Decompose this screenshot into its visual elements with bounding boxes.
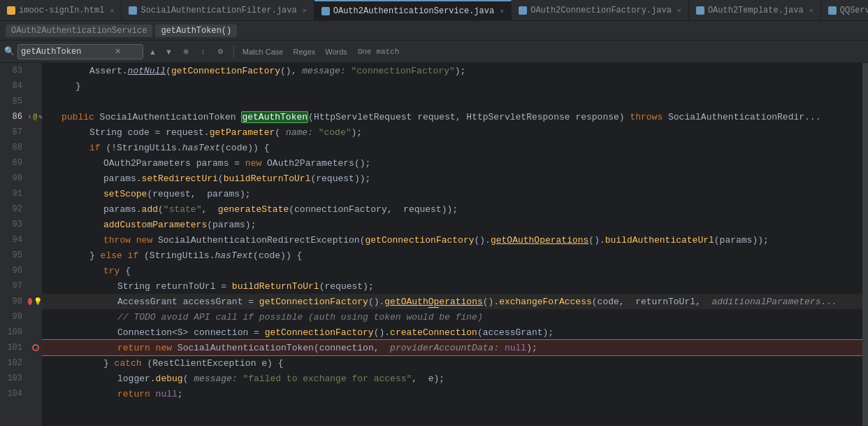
tab-label-2: SocialAuthenticationFilter.java: [140, 6, 296, 15]
line-row-104: 104: [0, 386, 42, 402]
words-label: Words: [325, 48, 347, 56]
line-row-100: 100: [0, 325, 42, 340]
tab-label-5: OAuth2Template.java: [708, 6, 804, 15]
code-line-103: logger.debug( message: "failed to exchan…: [42, 371, 862, 386]
code-line-84: }: [42, 78, 862, 94]
code-line-97: String returnToUrl = buildReturnToUrl(re…: [42, 278, 862, 294]
line-num-96: 96: [0, 263, 28, 278]
tab-bar: imooc-signIn.html ✕ SocialAuthentication…: [0, 0, 868, 21]
tab-icon-5: [696, 6, 704, 15]
code-line-98: AccessGrant accessGrant = getConnectionF…: [42, 294, 862, 309]
line-num-103: 103: [0, 371, 28, 386]
search-input[interactable]: [21, 47, 112, 57]
line-row-98: 98 💡: [0, 294, 42, 309]
regex-label: Regex: [293, 48, 315, 56]
code-line-95: } else if (StringUtils.hasText(code)) {: [42, 248, 862, 263]
breadcrumb-class[interactable]: OAuth2AuthenticationService: [6, 24, 152, 37]
vertical-scrollbar[interactable]: [862, 63, 868, 426]
line-num-89: 89: [0, 155, 28, 171]
search-next-button[interactable]: ▼: [162, 46, 175, 57]
close-tab-3[interactable]: ✕: [500, 7, 504, 15]
match-case-button[interactable]: Match Case: [239, 46, 287, 57]
code-line-86: public SocialAuthenticationToken getAuth…: [42, 109, 862, 125]
tab-qqservice[interactable]: QQServiceProvider.java ✕: [821, 0, 868, 21]
debug-icons-98: 💡: [28, 297, 42, 306]
tab-icon-6: [828, 6, 837, 15]
line-num-104: 104: [0, 386, 28, 402]
tab-oauth2authservice[interactable]: OAuth2AuthenticationService.java ✕: [314, 0, 512, 21]
line-row-86: 86 ⬆ @ ✎: [0, 109, 42, 125]
edit-icon-86: ✎: [38, 113, 42, 121]
line-num-90: 90: [0, 171, 28, 186]
line-row-91: 91: [0, 186, 42, 201]
code-line-101: return new SocialAuthenticationToken(con…: [42, 340, 862, 355]
words-button[interactable]: Words: [321, 46, 351, 57]
tab-label-3: OAuth2AuthenticationService.java: [333, 6, 494, 16]
close-tab-4[interactable]: ✕: [677, 6, 681, 15]
line-num-95: 95: [0, 248, 28, 263]
annotation-icon-86: @: [33, 113, 37, 121]
search-filter-button[interactable]: ⊕: [178, 45, 194, 57]
code-line-104: return null;: [42, 386, 862, 402]
line-numbers: 83 84 85 86 ⬆ @ ✎ 87 88: [0, 63, 42, 426]
search-prev-button[interactable]: ▲: [146, 46, 159, 57]
code-line-91: setScope(request, params);: [42, 186, 862, 201]
breadcrumb-method[interactable]: getAuthToken(): [155, 24, 237, 37]
code-line-88: if (!StringUtils.hasText(code)) {: [42, 140, 862, 155]
code-line-83: Assert.notNull(getConnectionFactory(), m…: [42, 63, 862, 78]
line-num-91: 91: [0, 186, 28, 201]
tab-icon-4: [519, 6, 527, 15]
code-line-92: params.add("state", generateState(connec…: [42, 201, 862, 217]
line-num-86: 86: [0, 109, 28, 125]
line-row-88: 88: [0, 140, 42, 155]
line-num-83: 83: [0, 63, 28, 78]
breakpoint-98: [28, 298, 32, 305]
close-tab-2[interactable]: ✕: [303, 6, 307, 15]
line-row-92: 92: [0, 201, 42, 217]
regex-button[interactable]: Regex: [289, 46, 319, 57]
line-row-95: 95: [0, 248, 42, 263]
code-line-87: String code = request.getParameter( name…: [42, 125, 862, 140]
search-replace-button[interactable]: ↕: [196, 45, 210, 57]
line-row-87: 87: [0, 125, 42, 140]
close-tab-5[interactable]: ✕: [809, 6, 813, 15]
tab-icon-2: [129, 6, 137, 15]
debug-icons-101: [28, 344, 42, 351]
code-line-94: throw new SocialAuthenticationRedirectEx…: [42, 232, 862, 248]
tab-imoocsignin[interactable]: imooc-signIn.html ✕: [0, 0, 122, 21]
search-icon: 🔍: [4, 46, 15, 57]
search-clear-button[interactable]: ✕: [112, 45, 124, 57]
search-bar: 🔍 ✕ ▲ ▼ ⊕ ↕ ⚙ Match Case Regex Words One…: [0, 41, 868, 63]
breadcrumb-class-label: OAuth2AuthenticationService: [11, 26, 147, 36]
line-num-98: 98: [0, 294, 28, 309]
exec-arrow-icon: ⬆: [27, 113, 31, 121]
code-content[interactable]: Assert.notNull(getConnectionFactory(), m…: [42, 63, 862, 426]
close-tab-1[interactable]: ✕: [110, 6, 114, 15]
line-row-94: 94: [0, 232, 42, 248]
line-row-93: 93: [0, 217, 42, 232]
search-settings-button[interactable]: ⚙: [212, 45, 229, 57]
tab-oauth2template[interactable]: OAuth2Template.java ✕: [689, 0, 821, 21]
line-num-84: 84: [0, 78, 28, 94]
breadcrumb-method-label: getAuthToken(): [161, 26, 231, 36]
code-line-102: } catch (RestClientException e) {: [42, 355, 862, 371]
tab-socialauth[interactable]: SocialAuthenticationFilter.java ✕: [122, 0, 314, 21]
line-num-94: 94: [0, 232, 28, 248]
line-row-97: 97: [0, 278, 42, 294]
line-row-84: 84: [0, 78, 42, 94]
line-row-85: 85: [0, 94, 42, 109]
tab-label-4: OAuth2ConnectionFactory.java: [530, 6, 672, 15]
line-num-85: 85: [0, 94, 28, 109]
search-match-highlight: getAuthToken: [241, 111, 308, 123]
match-result: One match: [354, 48, 403, 56]
tab-oauth2connection[interactable]: OAuth2ConnectionFactory.java ✕: [512, 0, 689, 21]
search-separator-1: [233, 45, 234, 58]
match-case-label: Match Case: [243, 48, 284, 56]
line-num-101: 101: [0, 340, 28, 355]
code-line-99: // TODO avoid API call if possible (auth…: [42, 309, 862, 325]
code-area: 83 84 85 86 ⬆ @ ✎ 87 88: [0, 63, 868, 426]
debug-icons-86: ⬆ @ ✎: [28, 113, 42, 121]
lightbulb-98: 💡: [34, 297, 42, 306]
line-num-99: 99: [0, 309, 28, 325]
line-num-102: 102: [0, 355, 28, 371]
